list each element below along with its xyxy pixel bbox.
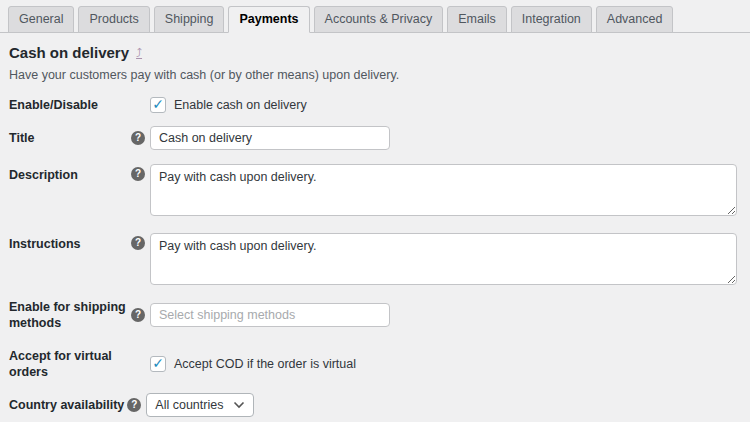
- title-row: Title ?: [9, 126, 737, 150]
- page-title-text: Cash on delivery: [9, 44, 129, 62]
- enable-disable-row: Enable/Disable ✓ Enable cash on delivery: [9, 97, 737, 113]
- accept-virtual-checkbox[interactable]: ✓: [150, 356, 166, 372]
- checkmark-icon: ✓: [152, 356, 164, 370]
- country-availability-label: Country availability: [9, 397, 124, 413]
- country-availability-help-icon[interactable]: ?: [127, 398, 141, 412]
- tab-integration[interactable]: Integration: [511, 6, 592, 33]
- shipping-methods-label: Enable for shipping methods: [9, 299, 131, 331]
- instructions-label: Instructions: [9, 233, 131, 252]
- title-input[interactable]: [150, 126, 390, 150]
- enable-disable-label: Enable/Disable: [9, 97, 131, 113]
- instructions-textarea[interactable]: Pay with cash upon delivery.: [150, 233, 737, 285]
- enable-cod-checkbox-label[interactable]: Enable cash on delivery: [174, 98, 307, 112]
- gateway-description: Have your customers pay with cash (or by…: [9, 67, 737, 83]
- country-availability-select[interactable]: All countries: [146, 393, 254, 417]
- instructions-row: Instructions ? Pay with cash upon delive…: [9, 233, 737, 285]
- return-to-payments-icon[interactable]: ⤴: [136, 47, 142, 59]
- country-availability-row: Country availability ? All countries: [9, 393, 737, 417]
- shipping-methods-input[interactable]: [150, 303, 390, 327]
- checkmark-icon: ✓: [152, 97, 164, 111]
- accept-virtual-checkbox-label[interactable]: Accept COD if the order is virtual: [174, 357, 356, 371]
- instructions-help-icon[interactable]: ?: [131, 236, 145, 250]
- tab-advanced[interactable]: Advanced: [596, 6, 674, 33]
- virtual-orders-label: Accept for virtual orders: [9, 348, 131, 380]
- title-label: Title: [9, 130, 131, 146]
- virtual-orders-row: Accept for virtual orders ✓ Accept COD i…: [9, 348, 737, 380]
- title-help-icon[interactable]: ?: [131, 131, 145, 145]
- page-title: Cash on delivery ⤴: [9, 44, 737, 62]
- chevron-down-icon: [233, 401, 245, 409]
- enable-cod-checkbox[interactable]: ✓: [150, 97, 166, 113]
- shipping-methods-row: Enable for shipping methods ?: [9, 299, 737, 331]
- tab-accounts-privacy[interactable]: Accounts & Privacy: [314, 6, 444, 33]
- tab-emails[interactable]: Emails: [447, 6, 507, 33]
- settings-panel: Cash on delivery ⤴ Have your customers p…: [0, 44, 750, 422]
- description-row: Description ? Pay with cash upon deliver…: [9, 164, 737, 216]
- shipping-methods-help-icon[interactable]: ?: [131, 308, 145, 322]
- description-textarea[interactable]: Pay with cash upon delivery.: [150, 164, 737, 216]
- tab-payments[interactable]: Payments: [228, 6, 309, 33]
- settings-tabs: GeneralProductsShippingPaymentsAccounts …: [0, 0, 750, 33]
- tab-shipping[interactable]: Shipping: [154, 6, 225, 33]
- description-label: Description: [9, 164, 131, 183]
- country-availability-selected-value: All countries: [155, 398, 223, 412]
- tab-products[interactable]: Products: [78, 6, 149, 33]
- description-help-icon[interactable]: ?: [131, 167, 145, 181]
- tab-general[interactable]: General: [8, 6, 74, 33]
